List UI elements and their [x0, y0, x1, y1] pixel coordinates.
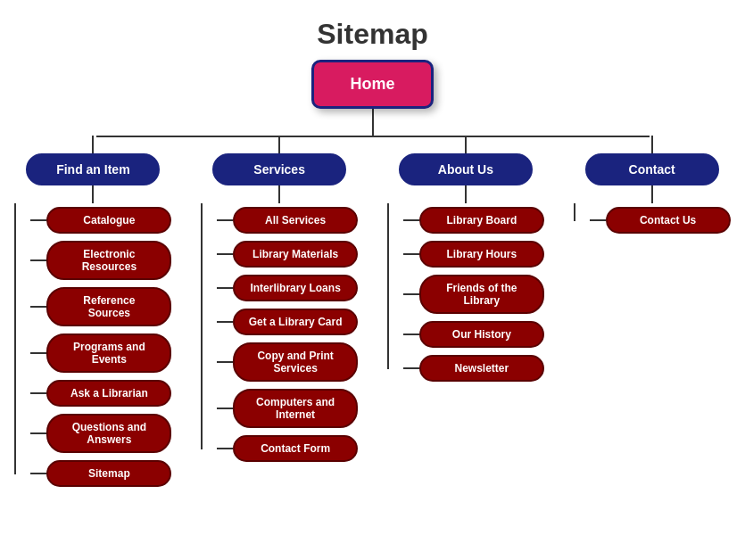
child-node-find-an-item-6[interactable]: Sitemap: [46, 460, 171, 487]
child-node-about-us-3[interactable]: Our History: [419, 321, 544, 348]
category-col-contact: ContactContact Us: [572, 136, 732, 490]
list-item: Copy and Print Services: [217, 342, 358, 382]
list-item: Library Hours: [403, 241, 544, 268]
list-item: Friends of the Library: [403, 275, 544, 314]
list-item: Programs and Events: [30, 334, 171, 373]
list-item: Our History: [403, 321, 544, 348]
cat-connector-services: [278, 185, 280, 203]
list-item: Electronic Resources: [30, 241, 171, 280]
child-node-services-4[interactable]: Copy and Print Services: [233, 342, 358, 382]
list-item: All Services: [217, 207, 358, 234]
child-node-services-6[interactable]: Contact Form: [233, 435, 358, 462]
list-item: Catalogue: [30, 207, 171, 234]
child-node-find-an-item-4[interactable]: Ask a Librarian: [46, 380, 171, 407]
category-box-about-us[interactable]: About Us: [399, 153, 533, 185]
category-col-find-an-item: Find an ItemCatalogueElectronic Resource…: [13, 136, 173, 490]
child-node-services-5[interactable]: Computers and Internet: [233, 389, 358, 428]
category-box-find-an-item[interactable]: Find an Item: [26, 153, 160, 185]
child-node-services-2[interactable]: Interlibrary Loans: [233, 275, 358, 301]
list-item: Get a Library Card: [217, 309, 358, 335]
category-col-services: ServicesAll ServicesLibrary MaterialsInt…: [200, 136, 360, 490]
child-node-contact-0[interactable]: Contact Us: [606, 207, 731, 234]
child-node-services-0[interactable]: All Services: [233, 207, 358, 234]
children-about-us: Library BoardLibrary HoursFriends of the…: [387, 203, 544, 385]
child-node-find-an-item-5[interactable]: Questions and Answers: [46, 414, 171, 453]
child-node-about-us-4[interactable]: Newsletter: [419, 355, 544, 382]
list-item: Contact Us: [590, 207, 731, 234]
child-node-about-us-2[interactable]: Friends of the Library: [419, 275, 544, 314]
cat-connector-contact: [651, 185, 653, 203]
child-node-about-us-0[interactable]: Library Board: [419, 207, 544, 234]
child-node-find-an-item-2[interactable]: Reference Sources: [46, 287, 171, 326]
sitemap-container: Sitemap Home Find an ItemCatalogueElectr…: [0, 0, 745, 508]
list-item: Ask a Librarian: [30, 380, 171, 407]
children-find-an-item: CatalogueElectronic ResourcesReference S…: [14, 203, 171, 490]
child-node-about-us-1[interactable]: Library Hours: [419, 241, 544, 268]
child-node-find-an-item-1[interactable]: Electronic Resources: [46, 241, 171, 280]
category-col-about-us: About UsLibrary BoardLibrary HoursFriend…: [386, 136, 546, 490]
category-box-contact[interactable]: Contact: [585, 153, 719, 185]
child-node-find-an-item-3[interactable]: Programs and Events: [46, 334, 171, 373]
cat-connector-about-us: [465, 185, 467, 203]
category-box-services[interactable]: Services: [212, 153, 346, 185]
list-item: Contact Form: [217, 435, 358, 462]
list-item: Questions and Answers: [30, 414, 171, 453]
home-node[interactable]: Home: [311, 60, 433, 109]
cat-connector-find-an-item: [92, 185, 94, 203]
list-item: Newsletter: [403, 355, 544, 382]
list-item: Library Board: [403, 207, 544, 234]
child-node-services-3[interactable]: Get a Library Card: [233, 309, 358, 335]
list-item: Sitemap: [30, 460, 171, 487]
child-node-find-an-item-0[interactable]: Catalogue: [46, 207, 171, 234]
child-node-services-1[interactable]: Library Materials: [233, 241, 358, 268]
list-item: Computers and Internet: [217, 389, 358, 428]
children-services: All ServicesLibrary MaterialsInterlibrar…: [201, 203, 358, 465]
children-contact: Contact Us: [574, 203, 731, 237]
top-h-line: [96, 136, 650, 137]
top-level-row: Find an ItemCatalogueElectronic Resource…: [0, 136, 745, 490]
list-item: Interlibrary Loans: [217, 275, 358, 301]
page-title: Sitemap: [317, 0, 427, 60]
list-item: Library Materials: [217, 241, 358, 268]
home-connector: [372, 109, 374, 136]
list-item: Reference Sources: [30, 287, 171, 326]
